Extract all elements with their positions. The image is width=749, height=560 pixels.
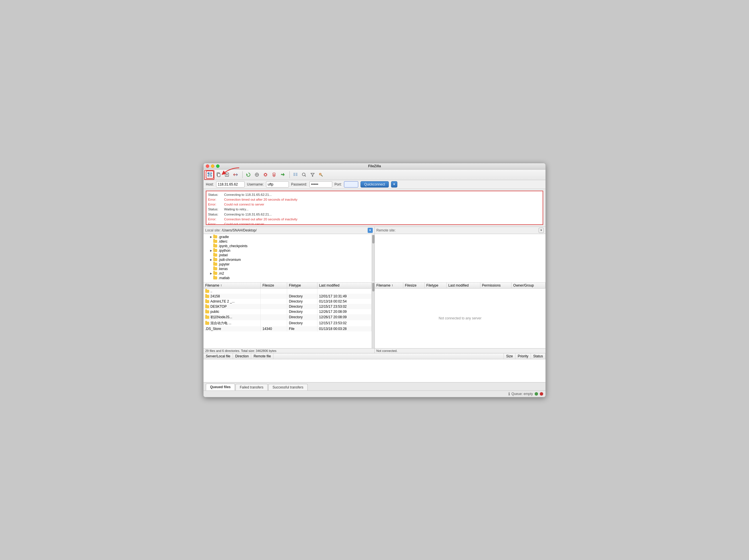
log-msg-4: Connecting to 118.31.65.62:21... (224, 212, 272, 217)
remote-pane: Remote site: ▼ Filename ↑ Filesize Filet… (375, 227, 546, 353)
tree-item-jsdt[interactable]: ▶ .jsdt-chromium (204, 257, 372, 262)
window-controls (206, 165, 219, 168)
local-file-scrollbar[interactable] (372, 283, 374, 348)
remote-col-lastmodified[interactable]: Last modified (446, 283, 480, 288)
queue-col-status: Status (531, 353, 545, 359)
svg-rect-8 (217, 174, 220, 177)
folder-icon (205, 290, 209, 293)
connection-bar: Host: Username: Password: Port: Quickcon… (204, 180, 545, 189)
col-filesize[interactable]: Filesize (261, 283, 287, 288)
table-row[interactable]: 24158 Directory12/01/17 10:31:49 (204, 294, 371, 299)
site-manager-button[interactable] (206, 171, 214, 179)
remote-site-dropdown[interactable]: ▼ (539, 228, 544, 233)
toolbar-group-view (292, 171, 325, 179)
reconnect-button[interactable] (244, 171, 252, 179)
remote-col-ownergroup[interactable]: Owner/Group (512, 283, 545, 288)
folder-icon (213, 276, 217, 279)
search-button[interactable] (300, 171, 308, 179)
local-table-header: Filename ↑ Filesize Filetype Last modifi… (204, 283, 371, 288)
col-filename[interactable]: Filename ↑ (204, 283, 261, 288)
local-site-dropdown[interactable]: ▼ (368, 228, 373, 233)
svg-line-31 (305, 175, 306, 176)
folder-icon (205, 300, 209, 303)
table-row[interactable]: AdminLTE 2 _... Directory01/13/18 00:02:… (204, 299, 371, 304)
password-input[interactable] (309, 181, 332, 188)
table-row[interactable]: DESKTOP Directory12/15/17 23:53:02 (204, 304, 371, 309)
close-button[interactable] (206, 165, 209, 168)
tree-item-ipynb[interactable]: .ipynb_checkpoints (204, 244, 372, 248)
tab-failed-transfers[interactable]: Failed transfers (235, 384, 268, 390)
table-row[interactable]: 混合动力电 ... Directory12/15/17 23:53:02 (204, 320, 371, 326)
cancel-button[interactable] (261, 171, 270, 179)
log-msg-3: Waiting to retry... (224, 207, 249, 212)
folder-icon (213, 263, 217, 266)
svg-rect-3 (210, 175, 212, 177)
table-row[interactable]: .DS_Store 14340File01/13/18 00:03:28 (204, 326, 371, 331)
svg-rect-1 (210, 172, 212, 174)
compare-dirs-button[interactable] (292, 171, 299, 179)
remote-col-permissions[interactable]: Permissions (480, 283, 512, 288)
minimize-button[interactable] (211, 165, 214, 168)
table-row[interactable]: 初识NodeJS... Directory12/26/17 20:08:09 (204, 314, 371, 320)
svg-rect-2 (208, 175, 210, 177)
tree-scrollbar[interactable] (372, 235, 374, 282)
port-input[interactable] (344, 181, 358, 188)
status-dot-red (540, 392, 543, 395)
reconnect2-button[interactable] (279, 171, 286, 179)
toggle-layout-button[interactable] (232, 171, 239, 179)
remote-col-filesize[interactable]: Filesize (403, 283, 425, 288)
bottom-status-bar: ℹ Queue: empty (204, 390, 545, 397)
log-entry-1: Error: Connection timed out after 20 sec… (208, 197, 541, 202)
find-button[interactable] (317, 171, 325, 179)
local-file-table-wrap[interactable]: Filename ↑ Filesize Filetype Last modifi… (204, 283, 374, 348)
tree-scrollbar-thumb[interactable] (372, 235, 374, 243)
host-label: Host: (206, 182, 214, 186)
table-row[interactable]: .. (204, 288, 371, 294)
tree-item-ipython[interactable]: ▶ .ipython (204, 248, 372, 253)
tree-item-matlab[interactable]: .matlab (204, 276, 372, 280)
local-tree[interactable]: ▶ .gradle .idlerc .ipynb_ch (204, 234, 374, 283)
remote-tree (375, 234, 546, 283)
log-entry-6: Error: Could not connect to server (208, 222, 541, 225)
tab-queued-files[interactable]: Queued files (206, 384, 235, 390)
port-label: Port: (335, 182, 342, 186)
svg-point-30 (302, 173, 305, 176)
folder-icon (205, 316, 209, 319)
remote-col-filename[interactable]: Filename ↑ (375, 283, 403, 288)
queue-col-size: Size (504, 353, 515, 359)
tree-item-gradle[interactable]: ▶ .gradle (204, 235, 372, 239)
username-input[interactable] (266, 181, 289, 188)
local-file-scrollbar-thumb[interactable] (372, 283, 374, 292)
tree-item-keras[interactable]: .keras (204, 266, 372, 271)
disconnect-button[interactable] (270, 171, 278, 179)
copy-tab-button[interactable] (214, 171, 222, 179)
server-manager-button[interactable] (253, 171, 261, 179)
username-label: Username: (247, 182, 264, 186)
filter-button[interactable] (308, 171, 317, 179)
maximize-button[interactable] (216, 165, 219, 168)
local-file-table: Filename ↑ Filesize Filetype Last modifi… (204, 283, 372, 331)
svg-line-33 (321, 175, 323, 176)
folder-icon (205, 310, 209, 314)
remote-col-filetype[interactable]: Filetype (425, 283, 446, 288)
log-msg-1: Connection timed out after 20 seconds of… (224, 197, 297, 202)
tab-successful-transfers[interactable]: Successful transfers (268, 384, 308, 390)
log-label-4: Status: (208, 212, 222, 217)
col-filetype[interactable]: Filetype (287, 283, 317, 288)
folder-icon (213, 254, 217, 257)
toolbar (204, 170, 545, 180)
tree-item-jupyter[interactable]: .jupyter (204, 262, 372, 266)
tree-item-idlerc[interactable]: .idlerc (204, 239, 372, 244)
col-lastmodified[interactable]: Last modified (317, 283, 371, 288)
quickconnect-dropdown[interactable]: ▼ (391, 181, 397, 188)
new-tab-button[interactable] (223, 171, 231, 179)
status-dot-green (535, 392, 538, 395)
quickconnect-button[interactable]: Quickconnect (361, 181, 389, 188)
host-input[interactable] (216, 181, 244, 188)
toolbar-group-nav (206, 171, 239, 179)
table-row[interactable]: public Directory12/26/17 20:08:09 (204, 309, 371, 314)
log-label-3: Status: (208, 207, 222, 212)
tree-item-jrebel[interactable]: .jrebel (204, 253, 372, 257)
tree-item-m2[interactable]: ▶ .m2 (204, 271, 372, 276)
toolbar-separator-2 (290, 171, 290, 178)
